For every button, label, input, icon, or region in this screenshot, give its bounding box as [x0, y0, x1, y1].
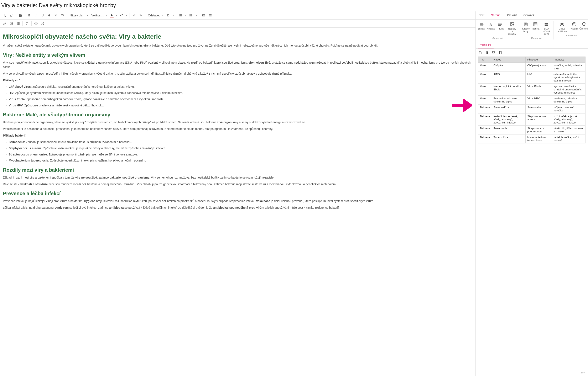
svg-rect-30	[493, 52, 495, 54]
list-item: Mycobacterium tuberculosis: Způsobuje tu…	[9, 158, 472, 163]
list-item: Virus Ebola: Způsobuje hemorrhagickou ho…	[9, 97, 472, 102]
copy-actions	[476, 49, 588, 57]
svg-rect-20	[545, 24, 546, 26]
side-panel: TextShrnutíPřeložitObrázek ShrnutíAAbstr…	[476, 11, 588, 376]
list-item: Staphylococcus aureus: Způsobuje kožní i…	[9, 146, 472, 151]
doc-viry-list: Chřipkový virus: Způsobuje chřipku, resp…	[9, 84, 472, 108]
ribbon-analyze-0[interactable]: Cílové publikum	[555, 21, 569, 33]
ribbon-generate-2[interactable]: Titulky	[496, 21, 505, 36]
unordered-list-button[interactable]	[188, 12, 194, 19]
copy-outline-icon[interactable]	[492, 50, 496, 55]
redo-button[interactable]	[8, 12, 15, 19]
ordered-list-chevron[interactable]: ▼	[184, 12, 187, 19]
decrease-font-button[interactable]: Tт	[138, 12, 144, 19]
doc-prev-p1: Prevence infekcí je nejdůležitější v boj…	[3, 199, 472, 203]
svg-rect-27	[480, 52, 482, 54]
table-cell: horečka, kašel, bolest v krku	[552, 62, 586, 71]
link-button[interactable]	[2, 20, 8, 27]
side-tab-text[interactable]: Text	[476, 11, 488, 19]
table-row: BakterieKožní infekce (akné, vředy, absc…	[478, 113, 586, 125]
table-cell: Virus	[478, 71, 492, 83]
ribbon-analyze-icon-2	[582, 22, 586, 27]
sub-tab-tabulka[interactable]: TABULKA	[478, 43, 493, 48]
copy-all-icon[interactable]	[478, 50, 483, 55]
side-tab-přeložit[interactable]: Přeložit	[504, 11, 520, 19]
image-button[interactable]	[8, 20, 15, 27]
doc-h2-viry: Viry: Neživé entity s velkým vlivem	[3, 52, 472, 58]
highlight-color-button[interactable]	[119, 12, 125, 19]
bold-button[interactable]: B	[26, 12, 32, 19]
italic-button[interactable]: I	[33, 12, 39, 19]
ribbon-extract-label-2: SEO klíčová slova	[542, 27, 551, 35]
doc-roz-p1: Základní rozdíl mezi viry a bakteriemi s…	[3, 175, 472, 180]
svg-point-25	[574, 23, 574, 24]
ribbon-extract-1[interactable]: Tabulka	[531, 21, 540, 36]
svg-rect-29	[492, 51, 494, 53]
ribbon-analyze-1[interactable]: Nálada	[570, 21, 579, 33]
table-cell: vysoce nakažlivé a smrtelné onemocnění s…	[552, 83, 586, 95]
align-chevron[interactable]: ▼	[171, 12, 175, 19]
text-color-chevron[interactable]: ▼	[115, 12, 118, 19]
table-cell: zánět plic, šíření do krve a mozku	[552, 125, 586, 134]
copy-single-icon[interactable]	[498, 50, 503, 55]
table-cell: Virus	[478, 62, 492, 71]
svg-point-13	[499, 25, 499, 26]
svg-point-4	[11, 23, 11, 23]
emoji-button[interactable]	[33, 20, 39, 27]
align-button[interactable]	[165, 12, 171, 19]
ribbon-generate-icon-1: A	[489, 22, 493, 27]
table-cell: HIV	[526, 71, 552, 83]
font-name-dropdown[interactable]: Název pís…▼	[68, 12, 90, 19]
ribbon-generate-1[interactable]: AAbstrakt	[487, 21, 496, 36]
list-item: Chřipkový virus: Způsobuje chřipku, resp…	[9, 84, 472, 89]
page-title: Viry a bakterie: Dva světy mikroskopické…	[0, 0, 588, 11]
undo-button[interactable]	[2, 12, 8, 19]
unordered-list-chevron[interactable]: ▼	[194, 12, 198, 19]
ribbon-generate-0[interactable]: Shrnutí	[477, 21, 486, 36]
text-color-button[interactable]: A	[109, 12, 115, 19]
result-table: TypNázevPůvodcePříznakyVirusChřipkaChřip…	[478, 57, 586, 143]
list-item: Streptococcus pneumoniae: Způsobuje pneu…	[9, 152, 472, 157]
ribbon-extract-2[interactable]: SEO klíčová slova	[540, 21, 552, 36]
ribbon-extract-0[interactable]: Klíčové body	[521, 21, 530, 36]
ordered-list-button[interactable]	[177, 12, 184, 19]
side-tab-shrnutí[interactable]: Shrnutí	[488, 11, 504, 19]
ribbon-extract-icon-2	[544, 22, 548, 27]
subscript-button[interactable]: X2	[60, 12, 66, 19]
outdent-button[interactable]	[201, 12, 207, 19]
table-header: Název	[492, 57, 526, 62]
table-row: BakteriePneumonieStreptococcus pneumonia…	[478, 125, 586, 134]
side-tab-obrázek[interactable]: Obrázek	[520, 11, 538, 19]
ribbon-analyze-2[interactable]: Čitelnost	[579, 21, 588, 33]
editor-content[interactable]: Mikroskopičtí obyvatelé našeho světa: Vi…	[0, 28, 475, 376]
result-sub-tabs: TABULKA	[476, 41, 588, 49]
table-row: BakterieSalmonelózaSalmonellaprůjem, zvr…	[478, 104, 586, 113]
svg-point-1	[190, 15, 190, 16]
clear-format-button[interactable]	[24, 20, 30, 27]
print-button[interactable]	[40, 20, 46, 27]
superscript-button[interactable]: X2	[53, 12, 59, 19]
ribbon-analyze-label-1: Nálada	[571, 27, 578, 30]
table-row: VirusHemorhagická horečka EbolaVirus Ebo…	[478, 83, 586, 95]
table-button[interactable]	[15, 20, 21, 27]
strikethrough-button[interactable]: S	[46, 12, 53, 19]
indent-button[interactable]	[207, 12, 214, 19]
font-size-dropdown[interactable]: Velikost…▼	[90, 12, 108, 19]
copy-solid-icon[interactable]	[485, 50, 489, 55]
highlight-color-chevron[interactable]: ▼	[125, 12, 128, 19]
table-header: Typ	[478, 57, 492, 62]
ribbon-generate-label-2: Titulky	[497, 27, 504, 30]
doc-h2-prev: Prevence a léčba infekcí	[3, 191, 472, 196]
list-item: Salmonella: Způsobuje salmonelózu, infek…	[9, 140, 472, 145]
save-button[interactable]	[17, 12, 23, 19]
ribbon-generate-label-0: Shrnutí	[478, 27, 485, 30]
increase-font-button[interactable]: тT	[131, 12, 137, 19]
ribbon-extract-label-1: Tabulka	[531, 27, 539, 30]
ribbon-generate-3[interactable]: Nápady na obrázky	[506, 21, 519, 36]
svg-rect-5	[17, 22, 19, 25]
underline-button[interactable]: U	[40, 12, 46, 19]
ribbon-group-analyze: Cílové publikumNáladaČitelnost Analyzova…	[554, 21, 588, 40]
paragraph-dropdown[interactable]: Odstavec▼	[147, 12, 164, 19]
doc-intro: V našem světě existuje nespočet mikrosko…	[3, 43, 472, 48]
svg-point-0	[190, 14, 190, 15]
